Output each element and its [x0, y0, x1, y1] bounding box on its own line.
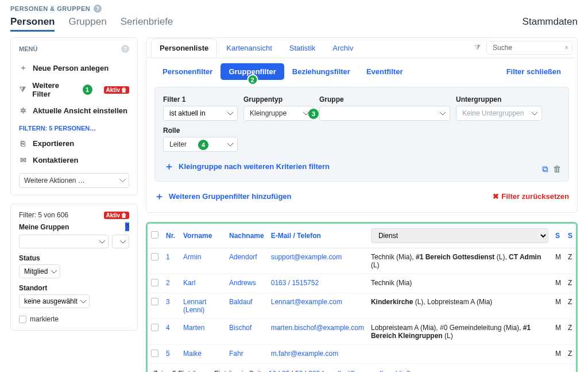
menu-new-person[interactable]: ＋Neue Person anlegen: [19, 59, 129, 77]
row-nachname[interactable]: Baldauf: [229, 298, 253, 306]
row-checkbox[interactable]: [151, 253, 158, 260]
clear-icon[interactable]: ×: [564, 44, 568, 52]
row-nachname[interactable]: Bischof: [229, 324, 252, 332]
help-icon[interactable]: ?: [121, 45, 129, 53]
trash-icon[interactable]: 🗑: [553, 164, 562, 174]
col-vorname[interactable]: Vorname: [180, 224, 226, 248]
row-vorname[interactable]: Karl: [183, 279, 195, 287]
status-select[interactable]: Mitglied: [19, 264, 60, 278]
rolle-select[interactable]: Leiter4: [163, 137, 238, 152]
row-z[interactable]: Z: [564, 319, 576, 345]
menu-contact[interactable]: ✉Kontaktieren: [19, 152, 129, 168]
reset-filter[interactable]: ✖ Filter zurücksetzen: [493, 192, 569, 201]
step-1-badge: 1: [83, 85, 92, 95]
row-checkbox[interactable]: [151, 298, 158, 305]
row-nr[interactable]: 2: [166, 279, 170, 287]
tab-archiv[interactable]: Archiv: [324, 39, 361, 57]
pp-25[interactable]: 25: [282, 370, 289, 372]
row-email[interactable]: 0163 / 1515752: [271, 279, 319, 287]
close-filter[interactable]: Filter schließen: [498, 63, 569, 80]
aktiv-badge[interactable]: Aktiv 🗑: [104, 212, 129, 219]
marked-checkbox[interactable]: markierte: [19, 315, 129, 323]
more-actions-select[interactable]: Weitere Aktionen …: [19, 173, 129, 188]
add-groupfilter-link[interactable]: ＋Weiteren Gruppenfilter hinzufügen: [154, 190, 292, 203]
row-vorname[interactable]: Armin: [183, 253, 201, 261]
row-email[interactable]: m.fahr@example.com: [271, 350, 339, 358]
location-select[interactable]: keine ausgewählt: [19, 294, 90, 308]
row-checkbox[interactable]: [151, 350, 158, 357]
tab-personen[interactable]: Personen: [10, 16, 55, 32]
filter-icon[interactable]: ⧩: [470, 43, 485, 52]
filter1-select[interactable]: ist aktuell in: [163, 106, 238, 121]
col-email[interactable]: E-Mail / Telefon: [268, 224, 368, 248]
row-z[interactable]: Z: [564, 345, 576, 364]
pp-50[interactable]: 50: [295, 370, 303, 372]
help-icon[interactable]: ?: [125, 223, 129, 231]
row-z[interactable]: Z: [564, 248, 576, 274]
row-m[interactable]: M: [552, 248, 564, 274]
tab-serienbriefe[interactable]: Serienbriefe: [121, 16, 173, 32]
select-all-checkbox[interactable]: [151, 231, 158, 239]
row-checkbox[interactable]: [151, 324, 158, 331]
row-email[interactable]: support@example.com: [271, 253, 342, 261]
my-groups-select[interactable]: [19, 235, 109, 248]
tab-gruppen[interactable]: Gruppen: [68, 16, 106, 32]
tab-stammdaten[interactable]: Stammdaten: [523, 16, 578, 28]
row-checkbox[interactable]: [151, 279, 158, 286]
row-vorname[interactable]: Lennart (Lenni): [183, 298, 207, 314]
row-email[interactable]: marten.bischof@example.com: [271, 324, 364, 332]
close-all[interactable]: alle schließen: [376, 370, 418, 372]
col-s1[interactable]: S: [552, 224, 564, 248]
col-nr[interactable]: Nr.: [163, 224, 180, 248]
tab-personenfilter[interactable]: Personenfilter: [154, 63, 220, 80]
row-nachname[interactable]: Fahr: [229, 350, 243, 358]
gruppentyp-label: Gruppentyp: [243, 95, 314, 103]
filter-count-link[interactable]: FILTERN: 5 PERSONEN…: [19, 125, 129, 132]
row-m[interactable]: M: [552, 293, 564, 319]
row-dienst: Lobpreisteam A (Mia), #0 Gemeindeleitung…: [368, 319, 552, 345]
row-nr[interactable]: 5: [166, 350, 170, 358]
row-nr[interactable]: 3: [166, 298, 170, 306]
pp-200[interactable]: 200: [308, 370, 320, 372]
row-m[interactable]: M: [552, 319, 564, 345]
tab-statistik[interactable]: Statistik: [281, 39, 324, 57]
row-nachname[interactable]: Adendorf: [229, 253, 257, 261]
help-icon[interactable]: ?: [94, 5, 102, 13]
gruppentyp-select[interactable]: Kleingruppe3: [243, 106, 314, 121]
my-groups-menu[interactable]: [112, 235, 129, 248]
pp-10[interactable]: 10: [269, 370, 276, 372]
row-nr[interactable]: 4: [166, 324, 170, 332]
tab-kartenansicht[interactable]: Kartenansicht: [218, 39, 280, 57]
col-nachname[interactable]: Nachname: [226, 224, 268, 248]
tab-eventfilter[interactable]: Eventfilter: [358, 63, 411, 80]
row-vorname[interactable]: Maike: [183, 350, 202, 358]
menu-more-filters[interactable]: ⧩ Weitere Filter 1 Aktiv 🗑: [19, 77, 129, 102]
filter1-label: Filter 1: [163, 95, 238, 103]
breadcrumb: PERSONEN & GRUPPEN?: [10, 5, 578, 13]
row-email[interactable]: Lennart@example.com: [271, 298, 342, 306]
search-input[interactable]: Suche×: [486, 41, 572, 55]
tab-gruppenfilter[interactable]: Gruppenfilter2: [220, 63, 284, 80]
menu-export[interactable]: ⎘Exportieren: [19, 135, 129, 152]
my-groups-label: Meine Gruppen: [19, 223, 69, 231]
col-s2[interactable]: S: [564, 224, 576, 248]
untergruppen-select[interactable]: Keine Untergruppen: [456, 106, 542, 121]
row-nachname[interactable]: Andrews: [229, 279, 256, 287]
row-z[interactable]: Z: [564, 274, 576, 293]
dienst-select[interactable]: Dienst: [371, 228, 548, 243]
row-z[interactable]: Z: [564, 293, 576, 319]
row-nr[interactable]: 1: [166, 253, 170, 261]
tab-personenliste[interactable]: Personenliste: [151, 39, 217, 57]
step-3-badge: 3: [308, 109, 319, 119]
tab-beziehungsfilter[interactable]: Beziehungsfilter: [284, 63, 358, 80]
open-all[interactable]: alle öffnen: [334, 370, 366, 372]
copy-icon[interactable]: ⧉: [542, 164, 548, 174]
row-m[interactable]: M: [552, 345, 564, 364]
gruppe-select[interactable]: [319, 106, 450, 121]
more-criteria-link[interactable]: ＋Kleingruppe nach weiteren Kriterien fil…: [164, 160, 560, 173]
menu-config-view[interactable]: ✲Aktuelle Ansicht einstellen: [19, 102, 129, 119]
gruppe-label: Gruppe: [319, 95, 450, 103]
row-m[interactable]: M: [552, 274, 564, 293]
row-vorname[interactable]: Marten: [183, 324, 204, 332]
aktiv-badge[interactable]: Aktiv 🗑: [104, 86, 129, 94]
